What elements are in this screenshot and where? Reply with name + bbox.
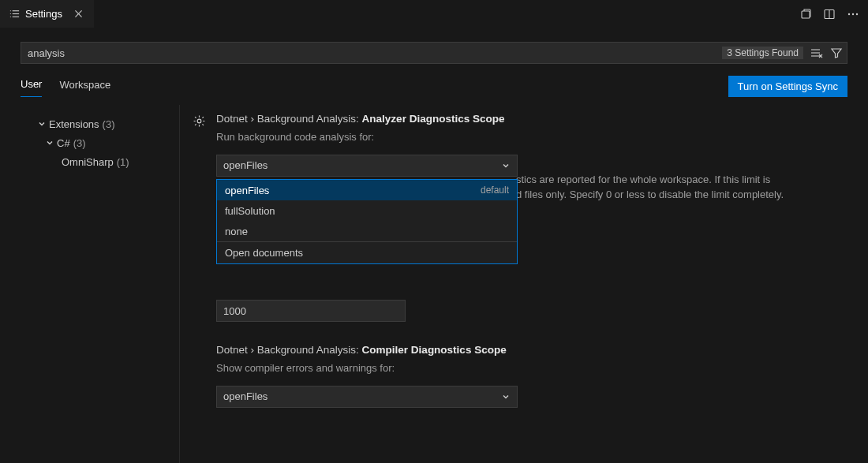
svg-point-13 [856, 13, 858, 14]
setting-name: Analyzer Diagnostics Scope [362, 113, 505, 125]
limit-input[interactable] [216, 300, 406, 322]
scope-tab-user[interactable]: User [21, 75, 42, 97]
tree-item-omnisharp[interactable]: OmniSharp (1) [21, 152, 179, 171]
dropdown-option-none[interactable]: none [217, 221, 517, 241]
tree-count: (1) [117, 156, 129, 168]
compiler-scope-select[interactable]: openFiles [216, 386, 518, 408]
svg-point-11 [848, 13, 850, 14]
more-actions-icon[interactable] [846, 7, 860, 21]
settings-list-icon [8, 8, 21, 21]
option-default-badge: default [481, 185, 509, 196]
setting-breadcrumb: Dotnet › Background Analysis: [216, 113, 362, 125]
split-editor-icon[interactable] [822, 7, 836, 21]
option-label: none [225, 226, 248, 237]
tree-count: (3) [73, 137, 86, 149]
setting-analyzer-diagnostics-scope: Dotnet › Background Analysis: Analyzer D… [189, 113, 847, 177]
setting-description: Run background code analysis for: [216, 129, 832, 145]
option-label: openFiles [225, 185, 269, 196]
desc-fragment-2: d files only. Specify 0 or less to disab… [516, 189, 784, 200]
close-icon[interactable] [72, 7, 86, 21]
tree-item-csharp[interactable]: C# (3) [21, 133, 179, 152]
select-value: openFiles [223, 390, 268, 402]
svg-point-19 [197, 119, 201, 123]
settings-found-badge: 3 Settings Found [722, 47, 803, 59]
tree-count: (3) [103, 118, 115, 130]
open-settings-json-icon[interactable] [799, 7, 813, 21]
setting-name: Compiler Diagnostics Scope [362, 344, 507, 356]
select-value: openFiles [223, 159, 268, 171]
tab-title: Settings [25, 8, 62, 20]
setting-title: Dotnet › Background Analysis: Analyzer D… [216, 113, 847, 125]
setting-description: Show compiler errors and warnings for: [216, 360, 832, 376]
tree-item-extensions[interactable]: Extensions (3) [21, 114, 179, 133]
dropdown-option-openfiles[interactable]: openFiles default [217, 180, 517, 200]
setting-compiler-diagnostics-scope: Dotnet › Background Analysis: Compiler D… [189, 344, 847, 408]
filter-icon[interactable] [829, 45, 844, 61]
setting-description: stics are reported for the whole workspa… [516, 172, 847, 203]
settings-content: Dotnet › Background Analysis: Analyzer D… [179, 105, 868, 463]
setting-breadcrumb: Dotnet › Background Analysis: [216, 344, 362, 356]
tab-settings[interactable]: Settings [0, 0, 94, 28]
analyzer-scope-select[interactable]: openFiles [216, 155, 518, 177]
chevron-down-icon [501, 392, 511, 401]
setting-title: Dotnet › Background Analysis: Compiler D… [216, 344, 847, 356]
chevron-down-icon [44, 137, 55, 148]
tree-label: C# [57, 137, 70, 149]
dropdown-description: Open documents [217, 242, 517, 263]
tree-label: Extensions [49, 118, 99, 130]
chevron-down-icon [36, 118, 47, 129]
setting-limit: stics are reported for the whole workspa… [189, 265, 847, 323]
svg-point-12 [852, 13, 854, 14]
option-label: fullSolution [225, 205, 275, 217]
analyzer-scope-dropdown: openFiles default fullSolution none Open… [216, 179, 518, 264]
dropdown-option-fullsolution[interactable]: fullSolution [217, 200, 517, 221]
desc-fragment-1: stics are reported for the whole workspa… [516, 174, 770, 185]
settings-sync-button[interactable]: Turn on Settings Sync [728, 76, 847, 97]
tree-label: OmniSharp [62, 156, 114, 168]
settings-scope-row: User Workspace Turn on Settings Sync [0, 64, 868, 97]
editor-actions [799, 0, 868, 28]
settings-tree: Extensions (3) C# (3) OmniSharp (1) [0, 105, 179, 463]
scope-tab-workspace[interactable]: Workspace [59, 76, 110, 97]
svg-rect-8 [802, 11, 810, 18]
clear-search-icon[interactable] [808, 45, 824, 61]
settings-search-row: 3 Settings Found [0, 28, 868, 64]
chevron-down-icon [501, 161, 511, 170]
gear-icon[interactable] [193, 114, 207, 129]
editor-tab-bar: Settings [0, 0, 868, 28]
